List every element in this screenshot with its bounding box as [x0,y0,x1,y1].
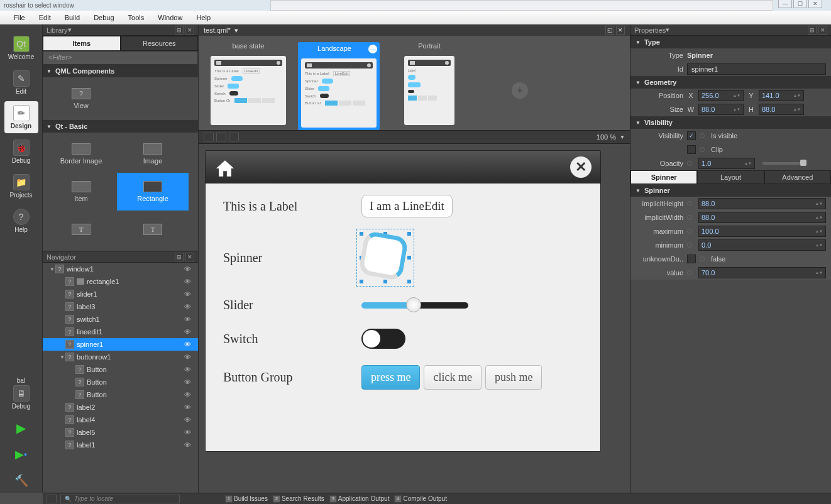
output-pane-1[interactable]: 1Build Issues [225,495,268,503]
prop-implicitWidth-field[interactable]: 88.0▲▼ [698,212,826,223]
properties-split-icon[interactable]: ⊟ [808,26,817,35]
tree-item-lineedit1[interactable]: ?lineedit1👁 [43,326,198,338]
tree-item-label2[interactable]: ?label2👁 [43,401,198,414]
target-selector[interactable]: bal🖥Debug [4,373,38,414]
menu-help[interactable]: Help [190,13,217,23]
menu-edit[interactable]: Edit [33,13,57,23]
tree-item-slider1[interactable]: ?slider1👁 [43,288,198,300]
tree-item-Button[interactable]: ?Button👁 [43,363,198,376]
canvas-button-click[interactable]: click me [424,365,481,390]
canvas-lineedit[interactable]: I am a LineEdit [361,195,453,217]
tree-item-Button[interactable]: ?Button👁 [43,376,198,388]
navigator-split-icon[interactable]: ⊟ [175,253,184,261]
tab-resources[interactable]: Resources [121,36,199,51]
toggle-sidebar-icon[interactable] [47,495,57,503]
doc-close-icon[interactable]: ✕ [616,26,625,35]
component-text1[interactable]: T [45,211,117,248]
component-text2[interactable]: T [117,211,189,248]
output-pane-2[interactable]: 2Search Results [273,495,324,503]
close-icon[interactable]: ✕ [570,156,592,178]
library-close-icon[interactable]: ✕ [185,26,194,35]
spinner-section[interactable]: Spinner [630,184,831,197]
section-visibility[interactable]: Visibility [630,116,831,129]
run-button[interactable]: ▶ [4,416,38,440]
section-geometry[interactable]: Geometry [630,76,831,89]
canvas-slider[interactable] [361,302,468,309]
mode-welcome[interactable]: QtWelcome [4,32,38,64]
section-qml-components[interactable]: QML Components [43,65,198,77]
state-add[interactable]: + [479,42,561,125]
win-close[interactable]: ✕ [808,0,822,8]
pos-x-field[interactable]: 256.0▲▼ [698,90,744,101]
locator-input[interactable]: Type to locate [60,495,180,503]
menu-debug[interactable]: Debug [87,13,120,23]
component-image[interactable]: Image [117,135,189,173]
win-minimize[interactable]: — [778,0,792,8]
mode-projects[interactable]: 📁Projects [4,170,38,202]
tree-item-label5[interactable]: ?label5👁 [43,426,198,439]
canvas-spinner[interactable] [361,234,409,282]
zoom-level[interactable]: 100 % [597,133,616,141]
opacity-field[interactable]: 1.0▲▼ [698,158,755,169]
prop-maximum-field[interactable]: 100.0▲▼ [698,226,826,237]
run-debug-button[interactable]: ▶● [4,442,38,466]
canvas-tool-1[interactable] [204,133,214,141]
library-filter[interactable]: <Filter> [43,51,198,65]
menu-file[interactable]: File [8,13,31,23]
tree-item-spinner1[interactable]: ?spinner1👁 [43,338,198,351]
subtab-advanced[interactable]: Advanced [764,170,831,184]
mode-design[interactable]: ✏Design [4,101,38,133]
canvas-button-push[interactable]: push me [485,365,542,390]
tree-item-label1[interactable]: ?label1👁 [43,439,198,451]
component-rectangle[interactable]: Rectangle [117,173,189,211]
state-remove-icon[interactable]: — [368,45,377,53]
tree-item-rectangle1[interactable]: ?rectangle1👁 [43,275,198,288]
doc-restore-icon[interactable]: ◱ [605,26,614,35]
tree-item-buttonrow1[interactable]: ▼?buttonrow1👁 [43,351,198,363]
design-canvas[interactable]: ✕ This is a LabelI am a LineEdit Spinner [205,150,601,452]
subtab-spinner[interactable]: Spinner [630,170,697,184]
tree-item-Button[interactable]: ?Button👁 [43,388,198,401]
win-maximize[interactable]: ☐ [793,0,807,8]
prop-value-field[interactable]: 70.0▲▼ [698,267,826,278]
tree-item-window1[interactable]: ▼?window1👁 [43,263,198,275]
tree-item-switch1[interactable]: ?switch1👁 [43,313,198,326]
state-landscape[interactable]: Landscape— This is a Label LineEditSpinn… [298,42,380,130]
opacity-slider[interactable] [762,162,806,165]
menu-window[interactable]: Window [151,13,189,23]
output-pane-3[interactable]: 3Application Output [329,495,390,503]
library-split-icon[interactable]: ⊟ [175,26,184,35]
prop-implicitHeight-field[interactable]: 88.0▲▼ [698,198,826,209]
canvas-button-press[interactable]: press me [361,365,420,390]
size-h-field[interactable]: 88.0▲▼ [759,104,804,115]
tree-item-label4[interactable]: ?label4👁 [43,414,198,426]
output-pane-4[interactable]: 4Compile Output [394,495,446,503]
component-item[interactable]: Item [45,173,117,211]
tab-items[interactable]: Items [43,36,121,51]
state-portrait[interactable]: Portrait Label [388,42,470,125]
tree-item-label3[interactable]: ?label3👁 [43,300,198,313]
mode-debug[interactable]: 🐞Debug [4,136,38,168]
properties-close-icon[interactable]: ✕ [818,26,827,35]
id-field[interactable] [687,63,826,75]
menu-build[interactable]: Build [58,13,86,23]
section-type[interactable]: Type [630,36,831,48]
state-base[interactable]: base state This is a Label LineEditSpinn… [207,42,289,125]
section-qt-basic[interactable]: Qt - Basic [43,120,198,133]
prop-minimum-field[interactable]: 0.0▲▼ [698,239,826,251]
build-button[interactable]: 🔨 [4,469,38,493]
size-w-field[interactable]: 88.0▲▼ [698,104,744,115]
subtab-layout[interactable]: Layout [697,170,764,184]
canvas-tool-3[interactable] [229,133,239,141]
canvas-tool-2[interactable] [216,133,226,141]
clip-check[interactable] [687,145,696,154]
document-tab[interactable]: test.qml*▾ ◱ ✕ [199,25,630,36]
home-icon[interactable] [214,158,236,177]
mode-help[interactable]: ?Help [4,205,38,237]
navigator-close-icon[interactable]: ✕ [185,253,194,261]
isvisible-check[interactable]: ✓ [687,131,696,140]
mode-edit[interactable]: ✎Edit [4,67,38,99]
pos-y-field[interactable]: 141.0▲▼ [759,90,804,101]
component-view[interactable]: ?View [45,80,117,118]
canvas-switch[interactable] [361,329,405,349]
